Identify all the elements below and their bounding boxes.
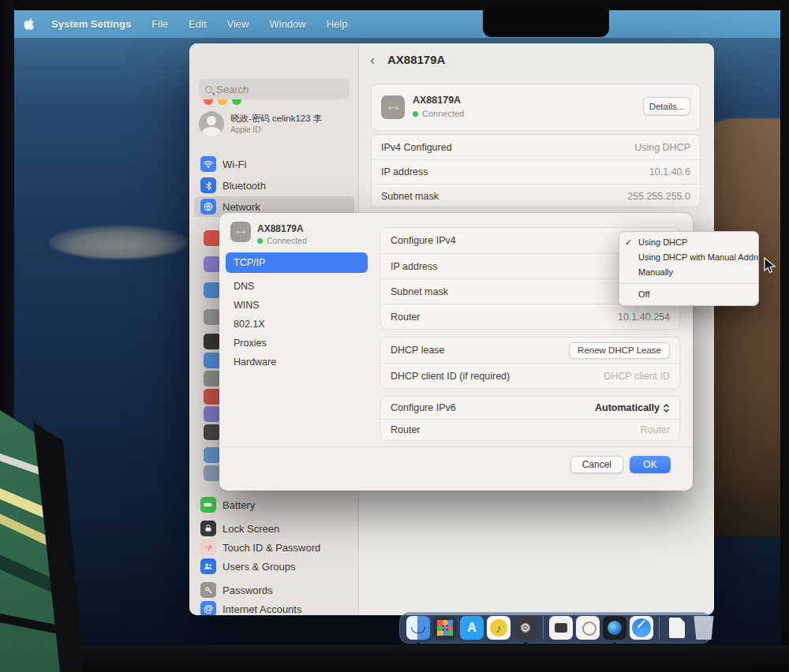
row-label: IPv4 Configured bbox=[381, 142, 452, 153]
ethernet-adapter-icon: ‹···› bbox=[381, 95, 405, 119]
menu-view[interactable]: View bbox=[227, 18, 249, 30]
sidebar-item-touch-id[interactable]: Touch ID & Password bbox=[194, 537, 354, 558]
ethernet-adapter-icon: ‹···› bbox=[230, 222, 251, 242]
search-placeholder: Search bbox=[216, 84, 249, 95]
connected-dot bbox=[257, 238, 263, 244]
row-label: DHCP lease bbox=[391, 345, 445, 356]
screen-bezel-top bbox=[0, 0, 789, 10]
device-photos-icon[interactable] bbox=[576, 616, 600, 640]
music-app-icon[interactable] bbox=[487, 616, 510, 640]
menu-item-using-dhcp[interactable]: ✓ Using DHCP bbox=[619, 235, 758, 250]
launchpad-icon[interactable] bbox=[433, 616, 457, 640]
menu-window[interactable]: Window bbox=[269, 18, 305, 30]
hidden-sidebar-icon bbox=[204, 371, 221, 386]
hidden-sidebar-icon bbox=[204, 447, 221, 463]
device-utility-icon[interactable] bbox=[549, 616, 573, 640]
menu-app-name[interactable]: System Settings bbox=[51, 18, 131, 30]
tab-tcpip[interactable]: TCP/IP bbox=[226, 252, 368, 273]
divider bbox=[219, 446, 693, 447]
hidden-sidebar-icon bbox=[204, 424, 221, 440]
hidden-sidebar-icon bbox=[204, 389, 221, 405]
dhcp-client-id-input[interactable]: DHCP client ID bbox=[604, 371, 670, 382]
ipv6-group: Configure IPv6 Automatically Router Rout… bbox=[380, 396, 680, 441]
menu-help[interactable]: Help bbox=[327, 18, 348, 30]
hidden-sidebar-icon bbox=[204, 309, 221, 325]
battery-icon bbox=[200, 497, 216, 513]
renew-dhcp-lease-button[interactable]: Renew DHCP Lease bbox=[569, 342, 670, 359]
ipv6-router-input[interactable]: Router bbox=[640, 424, 670, 435]
table-row: Subnet mask 255.255.255.0 bbox=[372, 184, 700, 208]
menu-item-off[interactable]: Off bbox=[619, 287, 758, 302]
ok-button[interactable]: OK bbox=[630, 456, 671, 473]
hidden-sidebar-icon bbox=[204, 282, 221, 298]
sheet-device-name: AX88179A bbox=[257, 223, 304, 234]
table-row: IPv4 Configured Using DHCP bbox=[372, 135, 700, 159]
at-icon: @ bbox=[200, 601, 216, 615]
sidebar-item-bluetooth[interactable]: Bluetooth bbox=[194, 175, 354, 196]
ipv4-summary-card: IPv4 Configured Using DHCP IP address 10… bbox=[371, 134, 701, 207]
sidebar-item-battery[interactable]: Battery bbox=[194, 495, 354, 515]
router-value: 10.1.40.254 bbox=[618, 312, 670, 323]
finder-icon[interactable] bbox=[406, 616, 430, 640]
sidebar-item-label: Internet Accounts bbox=[222, 603, 301, 615]
device-name: AX88179A bbox=[413, 95, 461, 106]
sidebar-item-internet-accounts[interactable]: @ Internet Accounts bbox=[194, 599, 354, 615]
sidebar-item-wifi[interactable]: Wi-Fi bbox=[194, 154, 354, 174]
bluetooth-icon bbox=[200, 177, 216, 193]
apple-id-profile[interactable]: 晓政-密码 celink123 李 Apple ID bbox=[199, 108, 350, 140]
device-status: Connected bbox=[422, 109, 464, 118]
row-label: DHCP client ID (if required) bbox=[391, 371, 510, 382]
dhcp-client-id-row: DHCP client ID (if required) DHCP client… bbox=[381, 363, 679, 388]
details-button[interactable]: Details... bbox=[643, 97, 690, 115]
hidden-sidebar-icon bbox=[204, 334, 221, 349]
router-row: Router 10.1.40.254 bbox=[381, 304, 679, 329]
table-row: IP address 10.1.40.6 bbox=[372, 159, 700, 184]
sidebar-item-users-groups[interactable]: Users & Groups bbox=[194, 556, 354, 577]
back-chevron-icon[interactable]: ‹ bbox=[370, 51, 375, 69]
wallpaper-island-left bbox=[49, 226, 188, 259]
system-settings-icon[interactable]: ⚙ bbox=[514, 616, 537, 640]
key-icon bbox=[200, 582, 216, 598]
menu-separator bbox=[619, 283, 758, 284]
tab-wins[interactable]: WINS bbox=[234, 300, 260, 311]
sidebar-item-label: Battery bbox=[222, 499, 255, 511]
mouse-cursor bbox=[764, 257, 777, 274]
trash-icon[interactable] bbox=[692, 616, 716, 640]
safari-icon[interactable] bbox=[630, 616, 653, 640]
profile-subtitle: Apple ID bbox=[230, 125, 260, 134]
globe-icon bbox=[200, 199, 216, 215]
row-value: 255.255.255.0 bbox=[627, 191, 690, 202]
row-label: IP address bbox=[381, 166, 428, 177]
row-value: 10.1.40.6 bbox=[649, 166, 690, 177]
tab-proxies[interactable]: Proxies bbox=[234, 338, 267, 349]
avatar bbox=[199, 111, 224, 136]
users-icon bbox=[200, 558, 216, 574]
row-label: IP address bbox=[391, 261, 438, 272]
hidden-sidebar-icon bbox=[204, 465, 221, 481]
sidebar-item-lock-screen[interactable]: Lock Screen bbox=[194, 518, 354, 539]
ipv6-router-row: Router Router bbox=[381, 419, 679, 440]
configure-ipv6-popup[interactable]: Automatically bbox=[595, 402, 670, 413]
row-value: Using DHCP bbox=[634, 142, 690, 153]
configure-ipv6-row: Configure IPv6 Automatically bbox=[381, 397, 679, 419]
cancel-button[interactable]: Cancel bbox=[570, 456, 623, 473]
menu-item-manually[interactable]: Manually bbox=[619, 265, 758, 280]
dhcp-group: DHCP lease Renew DHCP Lease DHCP client … bbox=[380, 337, 680, 389]
sidebar-item-label: Lock Screen bbox=[222, 523, 279, 535]
profile-name: 晓政-密码 celink123 李 bbox=[230, 114, 322, 123]
app-store-icon[interactable]: A bbox=[460, 616, 484, 640]
menu-item-using-dhcp-manual[interactable]: Using DHCP with Manual Address bbox=[619, 250, 758, 265]
screen-bezel-right bbox=[780, 0, 789, 672]
tab-hardware[interactable]: Hardware bbox=[234, 357, 276, 368]
web-browser-icon[interactable] bbox=[603, 616, 626, 640]
menu-file[interactable]: File bbox=[151, 18, 168, 30]
menu-edit[interactable]: Edit bbox=[189, 18, 206, 30]
apple-menu-icon[interactable] bbox=[24, 18, 34, 30]
screen-bezel-bottom bbox=[0, 645, 789, 672]
menu-bar: System Settings File Edit View Window He… bbox=[0, 10, 789, 38]
tab-8021x[interactable]: 802.1X bbox=[234, 319, 265, 330]
sidebar-item-passwords[interactable]: Passwords bbox=[194, 580, 354, 600]
search-input[interactable]: Search bbox=[199, 79, 350, 99]
documents-icon[interactable] bbox=[665, 616, 689, 640]
tab-dns[interactable]: DNS bbox=[234, 281, 254, 292]
